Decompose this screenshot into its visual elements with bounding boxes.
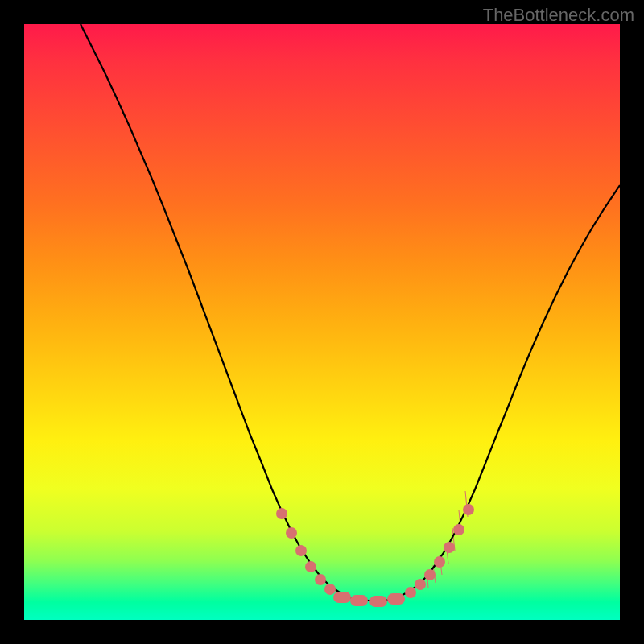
data-marker <box>444 542 455 553</box>
data-marker <box>350 595 368 606</box>
curve-svg <box>24 24 620 620</box>
data-marker <box>453 524 464 535</box>
data-marker <box>463 504 474 515</box>
data-marker <box>387 593 405 605</box>
data-marker <box>276 508 287 519</box>
data-marker <box>295 545 307 556</box>
data-marker <box>434 556 445 568</box>
data-marker <box>305 561 316 572</box>
data-marker <box>405 587 416 598</box>
data-marker <box>333 592 351 603</box>
data-marker <box>424 569 436 580</box>
plot-area <box>24 24 620 620</box>
data-marker <box>415 579 426 590</box>
data-marker <box>286 527 297 539</box>
data-marker <box>315 574 326 585</box>
data-marker <box>369 596 387 607</box>
bottleneck-curve <box>80 24 620 601</box>
watermark-text: TheBottleneck.com <box>483 5 634 26</box>
